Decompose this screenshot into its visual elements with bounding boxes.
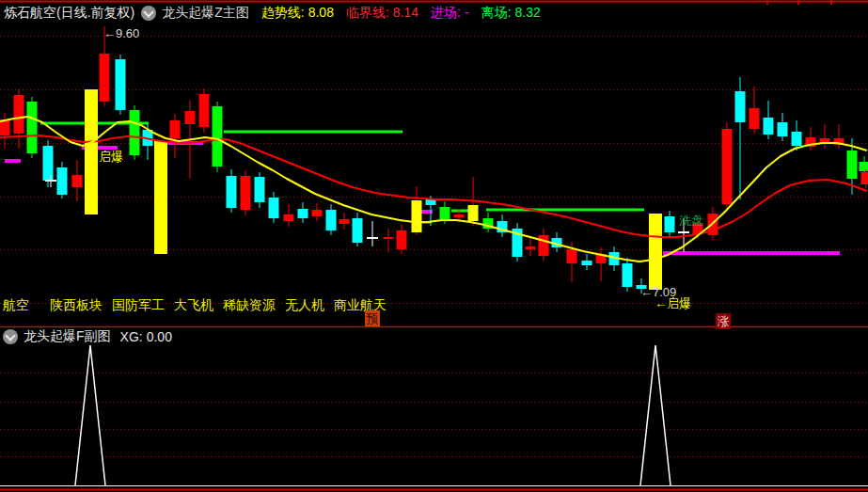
candle-body (426, 199, 436, 205)
candle-body (412, 200, 422, 232)
candle-body (14, 95, 24, 134)
candle-body (440, 207, 450, 219)
trend-line-field: 趋势线:8.08 (261, 5, 334, 22)
candle-body (637, 285, 647, 289)
candle-body (241, 176, 251, 210)
sector-tag[interactable]: 陕西板块 (50, 297, 103, 312)
signal-bar-yellow (85, 89, 98, 214)
xg-value: 0.00 (147, 329, 172, 344)
exit-field: 离场:8.32 (481, 5, 541, 22)
chevron-down-icon[interactable] (141, 6, 156, 21)
candle-body (539, 235, 549, 256)
trading-app-window: 炼石航空(日线.前复权) 龙头起爆Z主图 趋势线:8.08 临界线:8.14 进… (0, 0, 868, 492)
candle-body (284, 214, 294, 221)
trend-line-value: 8.08 (308, 5, 334, 20)
rise-badge[interactable]: 涨 (716, 313, 731, 329)
xg-label: XG: (120, 329, 143, 344)
entry-label: 进场: (431, 5, 461, 20)
candle-body (397, 230, 407, 249)
candle-body (185, 111, 196, 124)
candle-body (116, 59, 126, 110)
candle-body (750, 108, 760, 129)
candle-body (861, 172, 868, 184)
candle-body (326, 210, 337, 230)
candle-body (792, 132, 802, 146)
candle-body (778, 122, 788, 136)
candle-body (72, 175, 83, 187)
candle-body (764, 118, 774, 135)
main-panel-header: 炼石航空(日线.前复权) 龙头起爆Z主图 趋势线:8.08 临界线:8.14 进… (0, 2, 868, 24)
candle-body (269, 198, 279, 218)
candle-body (353, 218, 363, 243)
candle-body (213, 106, 223, 167)
signal-spike (75, 345, 105, 485)
sector-tags-row: 航空陕西板块国防军工大飞机稀缺资源无人机商业航天 (3, 297, 396, 314)
candle-body (567, 249, 577, 263)
candle-body (312, 210, 323, 216)
candle-body (665, 216, 675, 232)
trend-line-label: 趋势线: (261, 5, 305, 20)
sector-tag[interactable]: 无人机 (285, 297, 324, 312)
signal-spike (640, 345, 671, 485)
candle-body (847, 151, 858, 179)
chart-canvas[interactable] (0, 0, 868, 492)
candle-body (130, 110, 140, 155)
stock-title: 炼石航空(日线.前复权) (4, 5, 134, 22)
exit-value: 8.32 (515, 5, 541, 20)
sector-tag[interactable]: 国防军工 (112, 297, 165, 312)
main-indicator-name[interactable]: 龙头起爆Z主图 (162, 5, 249, 22)
candle-body (227, 176, 237, 208)
candle-body (468, 205, 479, 221)
signal-bar-yellow (154, 141, 167, 254)
candle-body (170, 120, 181, 138)
candle-body (722, 129, 733, 204)
candle-body (339, 219, 350, 224)
candle-body (255, 177, 265, 202)
candle-body (582, 261, 592, 265)
entry-value: - (465, 5, 469, 20)
candle-body (384, 237, 394, 239)
candle-body (623, 263, 633, 287)
entry-field: 进场:- (431, 5, 469, 22)
candle-body (454, 214, 465, 217)
candle-body (27, 102, 38, 153)
candle-body (298, 209, 308, 218)
sub-panel-header: 龙头起爆F副图 XG:0.00 (3, 328, 172, 345)
sub-indicator-name[interactable]: 龙头起爆F副图 (24, 328, 111, 345)
xg-field: XG:0.00 (120, 329, 172, 344)
candle-body (57, 167, 68, 195)
candle-body (526, 246, 536, 249)
signal-bar-yellow (649, 214, 662, 290)
candle-body (860, 162, 868, 171)
sector-industry[interactable]: 航空 (3, 297, 29, 312)
sector-tag[interactable]: 稀缺资源 (223, 297, 276, 312)
candle-body (735, 91, 746, 122)
sector-tag[interactable]: 大飞机 (174, 297, 213, 312)
forecast-badge[interactable]: 预 (365, 310, 380, 326)
candle-body (100, 54, 110, 102)
chevron-down-icon[interactable] (3, 329, 18, 344)
critical-line-label: 临界线: (346, 5, 389, 20)
candle-body (199, 94, 210, 127)
critical-line-value: 8.14 (393, 5, 418, 20)
candle-body (43, 146, 54, 181)
critical-line-field: 临界线:8.14 (346, 5, 418, 22)
exit-label: 离场: (481, 5, 512, 20)
